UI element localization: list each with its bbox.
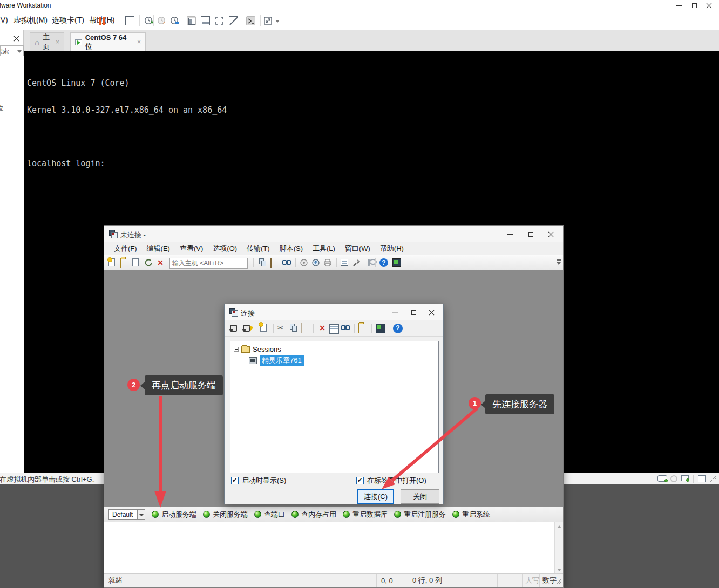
fit-guest-icon[interactable] xyxy=(263,16,273,25)
minimize-icon[interactable] xyxy=(500,226,520,242)
search-dropdown-icon[interactable] xyxy=(17,50,22,53)
send-ctrl-alt-del-icon[interactable] xyxy=(125,16,134,25)
open-in-tab-checkbox[interactable]: 在标签页中打开(O) xyxy=(356,476,426,486)
print-icon[interactable] xyxy=(323,258,332,267)
tab-home[interactable]: ⌂ 主页 × xyxy=(30,32,64,51)
quickbar-restart-database[interactable]: 重启数据库 xyxy=(343,510,388,519)
show-thumbnail-bar-icon[interactable] xyxy=(201,16,210,25)
quickbar-restart-registry[interactable]: 重启注册服务 xyxy=(394,510,446,519)
menu-tools[interactable]: 工具(L) xyxy=(308,242,340,255)
menu-transfer[interactable]: 传输(T) xyxy=(242,242,274,255)
maximize-icon[interactable] xyxy=(521,226,540,242)
toolbar-overflow-icon[interactable] xyxy=(557,259,561,266)
key-agent-icon[interactable] xyxy=(368,259,370,266)
unity-mode-icon[interactable] xyxy=(229,16,238,25)
step-badge-2: 2 xyxy=(127,379,140,391)
log-session-icon[interactable] xyxy=(300,258,308,267)
delete-icon[interactable]: ✕ xyxy=(317,324,327,333)
session-label-selected[interactable]: 精灵乐章761 xyxy=(260,355,304,366)
snapshot-manager-icon[interactable] xyxy=(170,16,179,25)
minimize-icon[interactable] xyxy=(671,0,687,11)
properties-icon[interactable] xyxy=(341,259,348,266)
maximize-icon[interactable] xyxy=(687,0,702,11)
maximize-icon[interactable] xyxy=(404,304,423,320)
quickbar-stop-server[interactable]: 关闭服务端 xyxy=(203,510,248,519)
fullscreen-icon[interactable] xyxy=(215,16,224,25)
revert-snapshot-icon[interactable] xyxy=(157,16,166,25)
show-on-startup-checkbox[interactable]: 启动时显示(S) xyxy=(231,476,286,486)
library-search-box[interactable]: 搜索 xyxy=(0,45,24,56)
zmodem-upload-icon[interactable] xyxy=(311,258,320,267)
help-icon[interactable]: ? xyxy=(379,258,388,267)
send-text-panel[interactable] xyxy=(104,522,563,573)
message-log-icon[interactable] xyxy=(698,475,706,482)
quick-connect-icon[interactable] xyxy=(243,325,250,332)
open-session-icon[interactable] xyxy=(120,258,129,267)
paste-icon[interactable] xyxy=(270,258,279,267)
suspend-dropdown-icon[interactable] xyxy=(109,20,113,23)
scroll-down-icon[interactable] xyxy=(555,565,564,574)
copy-icon[interactable] xyxy=(289,324,299,333)
host-input[interactable] xyxy=(169,258,248,269)
menu-tabs[interactable]: 选项卡(T) xyxy=(52,16,84,25)
cdrom-status-icon[interactable] xyxy=(670,475,677,482)
find-icon[interactable] xyxy=(341,324,351,333)
session-row[interactable]: 精灵乐章761 xyxy=(249,355,304,366)
quickbar-restart-system[interactable]: 重启系统 xyxy=(452,510,490,519)
scrollbar[interactable] xyxy=(554,522,563,574)
close-button[interactable]: 关闭 xyxy=(401,489,439,504)
collapse-icon[interactable] xyxy=(234,347,239,352)
menu-file[interactable]: 文件(F) xyxy=(110,242,141,255)
close-icon[interactable] xyxy=(702,0,717,11)
resize-grip[interactable] xyxy=(710,476,716,482)
quickbar-check-memory[interactable]: 查内存占用 xyxy=(291,510,336,519)
tree-root-row[interactable]: Sessions xyxy=(234,345,281,353)
new-folder-icon[interactable] xyxy=(358,324,368,333)
connect-button[interactable]: 连接(C) xyxy=(357,489,394,504)
session-manager-icon[interactable] xyxy=(376,324,385,333)
reconnect-icon[interactable] xyxy=(144,258,153,267)
tab-close-icon[interactable]: × xyxy=(56,38,59,46)
quickbar-check-port[interactable]: 查端口 xyxy=(254,510,285,519)
quickbar-start-server[interactable]: 启动服务端 xyxy=(152,510,196,519)
tree-root-label[interactable]: Sessions xyxy=(253,345,281,353)
menu-view-partial[interactable]: (V) xyxy=(0,16,8,24)
menu-vm[interactable]: 虚拟机(M) xyxy=(13,16,48,25)
new-session-icon[interactable] xyxy=(108,258,115,266)
library-tree[interactable]: 位 xyxy=(0,56,24,473)
profile-dropdown-icon[interactable] xyxy=(138,509,145,520)
close-icon[interactable] xyxy=(423,304,441,320)
quickbar-profile-select[interactable]: Default xyxy=(108,509,138,520)
menu-help[interactable]: 帮助(H) xyxy=(376,242,408,255)
checkbox-checked-icon[interactable] xyxy=(356,477,364,484)
options-icon[interactable] xyxy=(352,258,361,267)
menu-edit[interactable]: 编辑(E) xyxy=(143,242,174,255)
new-session-icon[interactable] xyxy=(260,324,270,333)
fit-dropdown-icon[interactable] xyxy=(275,20,280,23)
disconnect-icon[interactable]: ✕ xyxy=(156,258,165,267)
connect-session-icon[interactable] xyxy=(230,325,237,332)
duplicate-session-icon[interactable] xyxy=(132,258,139,266)
cut-icon[interactable]: ✂ xyxy=(277,324,287,333)
tab-centos-vm[interactable]: CentOS 7 64 位 × xyxy=(70,32,146,51)
console-view-icon[interactable] xyxy=(246,16,255,25)
resize-grip[interactable] xyxy=(556,578,561,584)
close-icon[interactable] xyxy=(541,226,561,242)
scroll-up-icon[interactable] xyxy=(555,522,564,531)
harddisk-status-icon[interactable] xyxy=(657,475,667,482)
properties-icon[interactable] xyxy=(329,324,339,334)
suspend-vm-icon[interactable] xyxy=(99,17,105,25)
menu-view[interactable]: 查看(V) xyxy=(175,242,207,255)
show-library-icon[interactable] xyxy=(187,16,196,25)
sessions-tree[interactable]: Sessions 精灵乐章761 xyxy=(230,341,439,473)
checkbox-checked-icon[interactable] xyxy=(231,477,239,484)
help-icon[interactable]: ? xyxy=(393,324,403,333)
menu-script[interactable]: 脚本(S) xyxy=(275,242,307,255)
tab-close-icon[interactable]: × xyxy=(137,38,141,46)
network-status-icon[interactable] xyxy=(681,475,689,481)
color-scheme-icon[interactable] xyxy=(392,258,401,267)
take-snapshot-icon[interactable] xyxy=(144,16,153,25)
menu-options[interactable]: 选项(O) xyxy=(208,242,241,255)
close-sidebar-icon[interactable] xyxy=(14,33,19,43)
menu-window[interactable]: 窗口(W) xyxy=(341,242,375,255)
